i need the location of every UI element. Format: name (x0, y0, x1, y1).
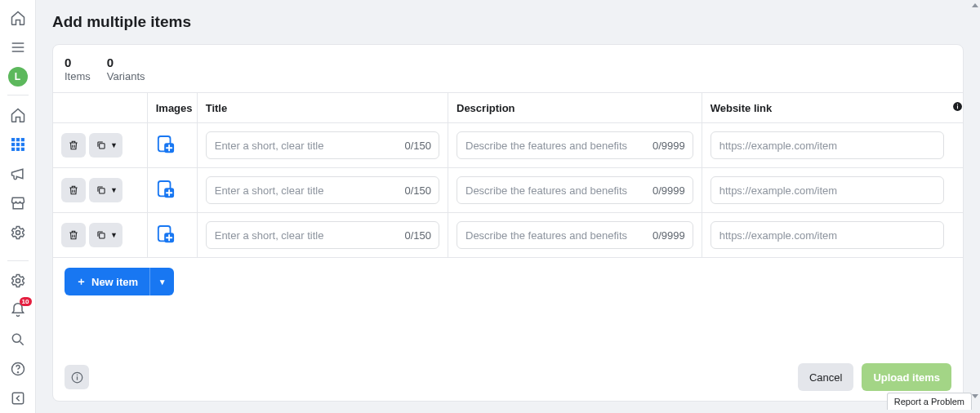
svg-rect-6 (11, 148, 14, 150)
svg-rect-2 (21, 139, 24, 141)
settings-icon[interactable] (0, 218, 36, 247)
new-item-label: New item (91, 276, 138, 288)
sidebar-divider (7, 95, 29, 95)
svg-rect-24 (100, 233, 105, 238)
svg-rect-7 (16, 148, 19, 150)
items-table: Images Title Description Website link Pr… (53, 93, 963, 257)
svg-rect-8 (21, 148, 24, 150)
report-problem-button[interactable]: Report a Problem (887, 393, 972, 410)
sidebar-divider (7, 260, 29, 261)
notification-badge: 10 (20, 297, 32, 306)
duplicate-row-button[interactable]: ▼ (89, 133, 122, 158)
add-image-button[interactable] (156, 224, 176, 246)
footer-info-button[interactable] (65, 365, 89, 389)
title-char-count: 0/150 (404, 140, 431, 152)
col-header-title: Title (197, 93, 448, 123)
new-item-button[interactable]: ＋ New item (65, 268, 149, 295)
delete-row-button[interactable] (61, 178, 86, 202)
svg-rect-28 (76, 376, 77, 380)
description-char-count: 0/9999 (653, 140, 685, 152)
notifications-icon[interactable]: 10 (0, 295, 36, 325)
main-content: Add multiple items 0 Items 0 Variants (36, 0, 980, 413)
table-scroll[interactable]: Images Title Description Website link Pr… (53, 92, 963, 258)
search-icon[interactable] (0, 325, 36, 354)
svg-rect-4 (16, 143, 19, 145)
avatar-initial: L (15, 71, 20, 82)
title-char-count: 0/150 (404, 184, 431, 197)
house-icon[interactable] (0, 100, 36, 130)
stats-row: 0 Items 0 Variants (53, 45, 963, 92)
col-header-images: Images (147, 93, 197, 123)
description-char-count: 0/9999 (653, 229, 685, 242)
table-row: ▼0/1500/9999USD▼$ 0.00 (53, 213, 963, 258)
gear-icon[interactable] (0, 266, 36, 295)
col-header-info (952, 93, 963, 123)
svg-rect-21 (100, 189, 105, 193)
description-char-count: 0/9999 (653, 184, 685, 197)
megaphone-icon[interactable] (0, 159, 36, 189)
link-input[interactable] (710, 131, 945, 159)
card: 0 Items 0 Variants Images Title (52, 44, 964, 402)
svg-rect-17 (957, 104, 958, 104)
duplicate-row-button[interactable]: ▼ (89, 178, 122, 202)
svg-point-10 (16, 279, 20, 283)
add-image-button[interactable] (156, 134, 176, 157)
svg-point-13 (17, 371, 19, 373)
store-icon[interactable] (0, 189, 36, 218)
link-input[interactable] (710, 221, 945, 249)
duplicate-row-button[interactable]: ▼ (89, 223, 122, 247)
svg-point-11 (12, 334, 20, 342)
grid-icon[interactable] (0, 130, 36, 159)
upload-button[interactable]: Upload items (862, 363, 951, 391)
col-header-link: Website link (702, 93, 952, 123)
avatar[interactable]: L (0, 62, 36, 91)
stat-items-count: 0 (65, 56, 91, 69)
link-input[interactable] (710, 176, 945, 204)
new-item-dropdown[interactable]: ▼ (149, 268, 174, 295)
col-header-description: Description (448, 93, 702, 123)
stat-variants-label: Variants (107, 70, 145, 82)
page-scrollbar[interactable] (970, 0, 980, 413)
delete-row-button[interactable] (61, 133, 86, 158)
add-image-button[interactable] (156, 179, 176, 202)
stat-variants-count: 0 (107, 56, 145, 69)
info-icon[interactable] (952, 101, 963, 112)
svg-rect-18 (100, 144, 105, 149)
title-char-count: 0/150 (404, 229, 431, 242)
new-item-row: ＋ New item ▼ (53, 258, 963, 305)
svg-rect-0 (11, 139, 14, 141)
plus-icon: ＋ (76, 274, 87, 289)
cancel-button[interactable]: Cancel (798, 363, 853, 391)
stat-variants: 0 Variants (107, 56, 145, 82)
stat-items-label: Items (65, 70, 91, 82)
collapse-icon[interactable] (0, 384, 36, 413)
svg-rect-14 (12, 393, 23, 403)
home-icon[interactable] (0, 3, 36, 33)
delete-row-button[interactable] (61, 223, 86, 247)
card-footer: Cancel Upload items (53, 353, 963, 401)
stat-items: 0 Items (65, 56, 91, 82)
menu-icon[interactable] (0, 33, 36, 62)
sidebar: L 10 (0, 0, 36, 413)
svg-rect-16 (957, 105, 958, 109)
table-row: ▼0/1500/9999USD▼$ 0.00 (53, 123, 963, 168)
svg-rect-3 (11, 143, 14, 145)
col-header-actions (53, 93, 147, 123)
svg-point-9 (16, 231, 20, 235)
help-icon[interactable] (0, 354, 36, 384)
svg-rect-29 (76, 374, 77, 375)
table-row: ▼0/1500/9999USD▼$ 0.00 (53, 168, 963, 213)
page-title: Add multiple items (52, 13, 964, 31)
svg-rect-5 (21, 143, 24, 145)
svg-rect-1 (16, 139, 19, 141)
